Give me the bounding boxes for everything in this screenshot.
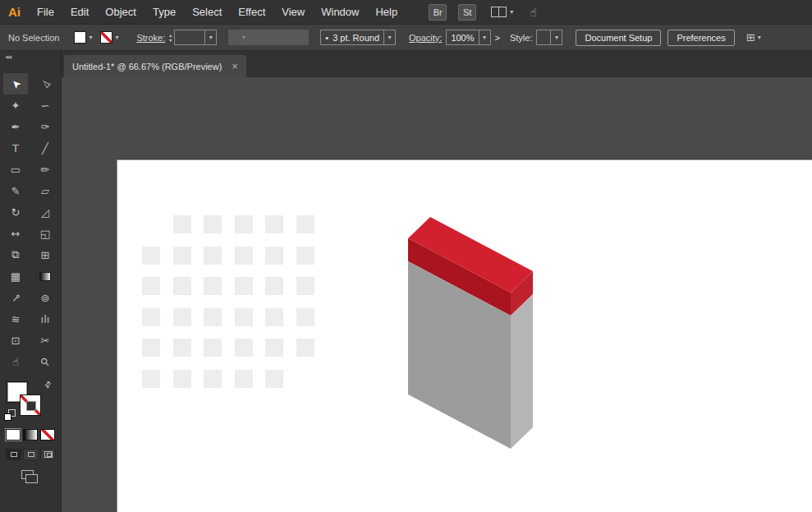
eyedropper-tool[interactable]: ⊸ — [3, 287, 28, 308]
menu-type[interactable]: Type — [145, 2, 184, 22]
menu-file[interactable]: File — [29, 2, 62, 22]
grid-square[interactable] — [296, 215, 314, 233]
grid-square[interactable] — [142, 339, 160, 357]
menu-window[interactable]: Window — [313, 2, 367, 22]
touch-workspace-button[interactable]: ☝ — [530, 6, 537, 19]
stroke-panel-link[interactable]: Stroke: — [136, 33, 165, 43]
preferences-button[interactable]: Preferences — [667, 30, 734, 46]
graphic-style-dropdown[interactable]: ▾ — [536, 30, 562, 45]
stock-button[interactable]: St — [458, 4, 476, 21]
rectangle-tool[interactable]: ▭ — [3, 159, 28, 180]
draw-behind-button[interactable] — [23, 449, 39, 460]
column-graph-tool[interactable]: ılı — [33, 308, 57, 330]
brush-definition-dropdown[interactable]: • 3 pt. Round ▾ — [320, 30, 396, 45]
stroke-weight-stepper[interactable]: ▴ ▾ — [169, 33, 172, 43]
draw-normal-button[interactable] — [6, 449, 21, 460]
grid-square[interactable] — [173, 308, 191, 326]
curvature-tool[interactable]: ✑ — [33, 116, 57, 137]
document-tab[interactable]: Untitled-1* @ 66.67% (RGB/Preview) × — [64, 55, 246, 77]
grid-square[interactable] — [235, 370, 253, 388]
grid-square[interactable] — [204, 370, 222, 388]
menu-select[interactable]: Select — [184, 2, 230, 22]
grid-square[interactable] — [235, 339, 253, 357]
gradient-button[interactable] — [23, 429, 38, 441]
canvas-area[interactable] — [62, 77, 812, 512]
grid-square[interactable] — [204, 247, 222, 265]
bridge-button[interactable]: Br — [429, 4, 447, 21]
grid-square[interactable] — [142, 247, 160, 265]
grid-square[interactable] — [296, 308, 314, 326]
grid-square[interactable] — [265, 339, 283, 357]
grid-square[interactable] — [173, 370, 191, 388]
none-button[interactable] — [40, 429, 55, 441]
grid-square[interactable] — [265, 247, 283, 265]
stroke-weight-dropdown[interactable]: ▾ — [174, 30, 217, 45]
grid-square[interactable] — [204, 215, 222, 233]
grid-square[interactable] — [235, 308, 253, 326]
grid-square[interactable] — [173, 247, 191, 265]
menu-effect[interactable]: Effect — [230, 2, 273, 22]
rotate-tool[interactable]: ↻ — [3, 201, 28, 223]
grid-square[interactable] — [235, 247, 253, 265]
menu-object[interactable]: Object — [97, 2, 145, 22]
pen-tool[interactable]: ✒ — [3, 116, 28, 137]
opacity-chevron[interactable]: ▾ — [479, 30, 490, 44]
grid-square[interactable] — [173, 277, 191, 295]
grid-square[interactable] — [296, 339, 314, 357]
box-side-face[interactable] — [511, 294, 533, 449]
blend-tool[interactable]: ⊚ — [33, 287, 57, 308]
grid-square[interactable] — [142, 370, 160, 388]
direct-selection-tool[interactable]: ▻ — [33, 73, 57, 95]
symbol-sprayer-tool[interactable]: ≋ — [3, 308, 28, 330]
grid-square[interactable] — [173, 339, 191, 357]
opacity-flyout-button[interactable]: > — [495, 33, 500, 43]
mesh-tool[interactable]: ▦ — [3, 265, 28, 287]
stroke-color-dropdown[interactable]: ▾ — [100, 31, 118, 44]
magic-wand-tool[interactable]: ✦ — [3, 95, 28, 116]
control-options-button[interactable]: ⊞ ▾ — [746, 31, 761, 44]
fill-color-dropdown[interactable]: ▾ — [74, 31, 92, 44]
grid-square[interactable] — [204, 277, 222, 295]
swap-fill-stroke-icon[interactable]: ⇄ — [42, 379, 53, 390]
scale-tool[interactable]: ◿ — [33, 201, 57, 223]
grid-square[interactable] — [235, 277, 253, 295]
selection-tool[interactable]: ➤ — [3, 73, 28, 95]
red-box-artwork[interactable] — [117, 160, 812, 512]
artboard-tool[interactable]: ⊡ — [3, 330, 28, 351]
paintbrush-tool[interactable]: ✏ — [33, 159, 57, 180]
grid-square[interactable] — [296, 277, 314, 295]
grid-square[interactable] — [142, 308, 160, 326]
graphic-style-chevron[interactable]: ▾ — [550, 30, 562, 44]
grid-square[interactable] — [265, 277, 283, 295]
document-setup-button[interactable]: Document Setup — [576, 30, 661, 46]
perspective-grid-tool[interactable]: ⊞ — [33, 244, 57, 265]
grid-square[interactable] — [204, 308, 222, 326]
slice-tool[interactable]: ✂ — [33, 330, 57, 351]
color-button[interactable] — [6, 429, 21, 441]
menu-view[interactable]: View — [273, 2, 313, 22]
line-segment-tool[interactable]: ╱ — [33, 137, 57, 159]
grid-square[interactable] — [265, 370, 283, 388]
artboard[interactable] — [117, 160, 812, 512]
stroke-swatch[interactable] — [20, 394, 41, 416]
menu-edit[interactable]: Edit — [62, 2, 97, 22]
width-tool[interactable]: ↔ — [3, 223, 28, 244]
pencil-tool[interactable]: ✎ — [3, 180, 28, 201]
brush-definition-chevron[interactable]: ▾ — [383, 30, 395, 44]
grid-square[interactable] — [204, 339, 222, 357]
default-fill-stroke-button[interactable] — [4, 409, 16, 421]
opacity-panel-link[interactable]: Opacity: — [409, 33, 442, 43]
arrange-documents-button[interactable]: ▾ — [491, 7, 513, 17]
tab-close-icon[interactable]: × — [232, 61, 238, 71]
grid-square[interactable] — [265, 308, 283, 326]
grid-square[interactable] — [173, 215, 191, 233]
stroke-weight-chevron[interactable]: ▾ — [204, 30, 216, 44]
grid-square[interactable] — [265, 215, 283, 233]
lasso-tool[interactable]: ∽ — [33, 95, 57, 116]
opacity-dropdown[interactable]: 100% ▾ — [446, 30, 490, 45]
shape-builder-tool[interactable]: ⧉ — [3, 244, 28, 265]
change-screen-mode-button[interactable] — [21, 470, 34, 479]
panel-collapse-button[interactable]: ◂◂ — [0, 51, 61, 63]
gradient-tool[interactable] — [33, 265, 57, 287]
hand-tool[interactable]: ☝ — [3, 351, 28, 372]
